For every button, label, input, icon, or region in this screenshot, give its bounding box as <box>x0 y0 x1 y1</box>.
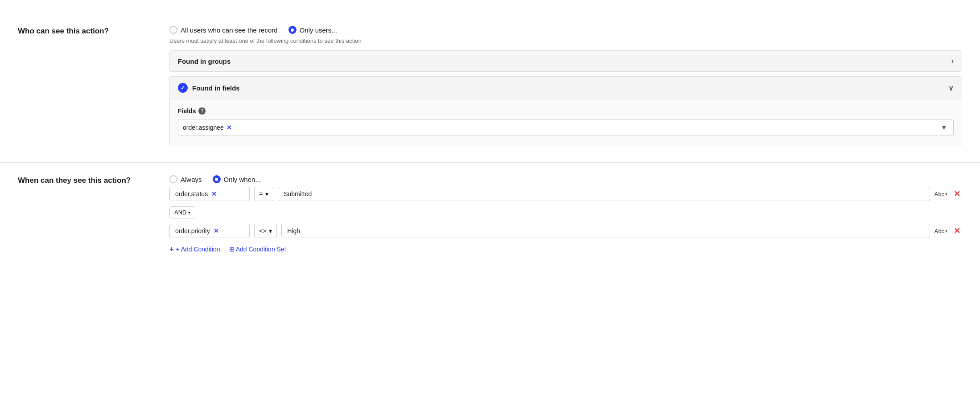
condition-1-abc-caret: ▾ <box>945 192 947 197</box>
who-hint-text: Users must satisfy at least one of the f… <box>169 37 962 44</box>
when-section-content: Always Only when... order.status ✕ = ▾ S… <box>169 175 962 253</box>
condition-2-operator-label: <> <box>259 227 266 234</box>
condition-1-operator-label: = <box>259 190 263 197</box>
all-users-label: All users who can see the record <box>181 26 278 34</box>
always-label: Always <box>181 176 202 183</box>
condition-2-value[interactable]: High <box>281 224 930 238</box>
only-when-radio[interactable] <box>213 175 221 183</box>
only-users-label: Only users... <box>300 26 337 34</box>
condition-1-operator[interactable]: = ▾ <box>254 187 273 201</box>
always-option[interactable]: Always <box>169 175 202 183</box>
who-radio-group: All users who can see the record Only us… <box>169 26 962 34</box>
who-section-content: All users who can see the record Only us… <box>169 26 962 150</box>
found-in-groups-accordion: Found in groups › <box>169 50 962 72</box>
add-condition-button[interactable]: + + Add Condition <box>169 245 220 253</box>
add-condition-plus-icon: + <box>169 245 173 253</box>
condition-1-value[interactable]: Submitted <box>278 187 930 201</box>
fields-tag-input[interactable]: order.assignee ✕ ▼ <box>178 119 954 136</box>
all-users-radio[interactable] <box>169 26 177 34</box>
only-when-label: Only when... <box>224 176 261 183</box>
and-connector-button[interactable]: AND ▾ <box>169 206 195 218</box>
found-in-fields-label: Found in fields <box>192 84 240 92</box>
condition-2-field-label: order.priority <box>175 227 210 234</box>
condition-2-value-text: High <box>287 227 300 234</box>
condition-2-operator-caret: ▾ <box>269 227 272 234</box>
when-section-label: When can they see this action? <box>18 175 169 253</box>
condition-row-1: order.status ✕ = ▾ Submitted Abc ▾ ✕ <box>169 187 962 201</box>
and-caret-icon: ▾ <box>188 210 190 215</box>
add-condition-row: + + Add Condition ⊞ Add Condition Set <box>169 245 962 253</box>
who-section: Who can see this action? All users who c… <box>0 13 980 163</box>
fields-label-text: Fields <box>178 107 196 115</box>
found-in-fields-body: Fields ? order.assignee ✕ ▼ <box>170 99 962 145</box>
when-section: When can they see this action? Always On… <box>0 163 980 266</box>
add-condition-set-button[interactable]: ⊞ Add Condition Set <box>229 246 286 253</box>
condition-1-field-label: order.status <box>175 190 208 197</box>
condition-1-value-text: Submitted <box>284 190 312 197</box>
condition-2-type-badge[interactable]: Abc ▾ <box>935 228 947 234</box>
found-in-fields-left: ✓ Found in fields <box>178 83 240 93</box>
fields-help-icon[interactable]: ? <box>198 107 206 115</box>
tag-input-dropdown[interactable]: ▼ <box>939 124 949 131</box>
condition-2-abc-label: Abc <box>935 228 944 234</box>
found-in-groups-header[interactable]: Found in groups › <box>170 51 962 71</box>
found-in-groups-left: Found in groups <box>178 58 231 65</box>
condition-1-type-badge[interactable]: Abc ▾ <box>935 191 947 197</box>
found-in-groups-label: Found in groups <box>178 58 231 65</box>
and-label: AND <box>174 209 186 216</box>
condition-2-remove-button[interactable]: ✕ <box>952 226 962 236</box>
only-users-radio[interactable] <box>288 26 296 34</box>
tag-remove-icon[interactable]: ✕ <box>226 124 232 131</box>
condition-row-2: order.priority ✕ <> ▾ High Abc ▾ ✕ <box>169 224 962 238</box>
all-users-option[interactable]: All users who can see the record <box>169 26 278 34</box>
condition-2-field-remove[interactable]: ✕ <box>214 227 219 234</box>
found-in-fields-chevron: ∨ <box>948 84 954 92</box>
found-in-fields-check: ✓ <box>178 83 188 93</box>
add-condition-set-label: ⊞ Add Condition Set <box>229 246 286 253</box>
who-section-label: Who can see this action? <box>18 26 169 150</box>
only-users-option[interactable]: Only users... <box>288 26 337 34</box>
condition-1-field-remove[interactable]: ✕ <box>211 190 217 197</box>
condition-1-field[interactable]: order.status ✕ <box>169 187 250 201</box>
and-connector: AND ▾ <box>169 206 962 218</box>
tag-order-assignee: order.assignee ✕ <box>183 124 232 131</box>
tag-label: order.assignee <box>183 124 224 131</box>
only-when-option[interactable]: Only when... <box>213 175 261 183</box>
always-radio[interactable] <box>169 175 177 183</box>
fields-label-row: Fields ? <box>178 107 954 115</box>
found-in-fields-header[interactable]: ✓ Found in fields ∨ <box>170 77 962 99</box>
condition-1-abc-label: Abc <box>935 191 944 197</box>
condition-2-operator[interactable]: <> ▾ <box>254 224 277 238</box>
condition-2-abc-caret: ▾ <box>945 229 947 234</box>
condition-1-operator-caret: ▾ <box>265 190 268 197</box>
condition-2-field[interactable]: order.priority ✕ <box>169 224 250 238</box>
add-condition-label: + Add Condition <box>176 246 220 253</box>
condition-1-remove-button[interactable]: ✕ <box>952 189 962 199</box>
when-radio-group: Always Only when... <box>169 175 962 183</box>
found-in-fields-accordion: ✓ Found in fields ∨ Fields ? order.assig… <box>169 76 962 145</box>
check-icon: ✓ <box>181 85 185 91</box>
found-in-groups-chevron: › <box>951 57 954 65</box>
